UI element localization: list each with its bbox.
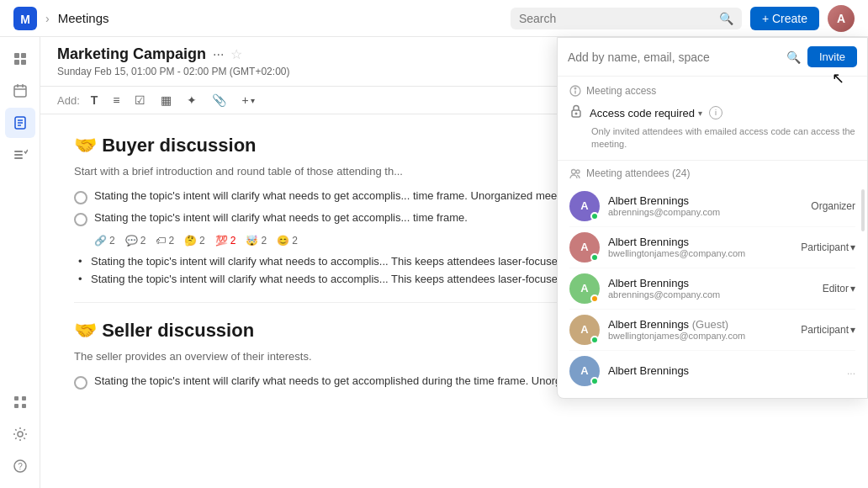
invite-search-input[interactable]	[568, 50, 780, 64]
attendee-role-2[interactable]: Participant ▾	[801, 241, 855, 253]
attendee-avatar-2: A	[569, 232, 600, 263]
meeting-star-button[interactable]: ☆	[230, 46, 242, 62]
attendee-role-3[interactable]: Editor ▾	[823, 283, 855, 294]
seller-emoji: 🤝	[74, 320, 97, 341]
user-avatar[interactable]: A	[828, 5, 855, 32]
attendee-info-2: Albert Brennings bwellingtonjames@compan…	[608, 236, 792, 258]
format-checklist-button[interactable]: ☑	[130, 92, 150, 109]
svg-rect-3	[21, 53, 26, 58]
tag-reaction[interactable]: 🏷 2	[156, 235, 174, 247]
attendee-row-5: A Albert Brennings ...	[569, 351, 855, 391]
svg-point-37	[576, 170, 580, 173]
sidebar-item-settings[interactable]	[5, 419, 35, 449]
sidebar-item-help[interactable]: ?	[5, 451, 35, 481]
meeting-date: Sunday Feb 15, 01:00 PM - 02:00 PM (GMT+…	[57, 66, 289, 86]
format-list-button[interactable]: ≡	[108, 92, 124, 109]
sidebar-item-grid[interactable]	[5, 387, 35, 417]
svg-rect-15	[14, 154, 23, 156]
svg-rect-6	[14, 86, 26, 97]
left-sidebar: ?	[0, 37, 40, 488]
scrollbar-indicator	[861, 189, 865, 231]
smile-reaction[interactable]: 😊 2	[277, 235, 298, 247]
attendee-role-4[interactable]: Participant ▾	[801, 324, 855, 336]
search-icon: 🔍	[719, 12, 733, 25]
attendee-name-5: Albert Brennings	[608, 364, 839, 377]
attendee-name-1: Albert Brennings	[608, 194, 802, 207]
attendee-avatar-3: A	[569, 273, 600, 304]
comment-reaction[interactable]: 💬 2	[125, 235, 146, 247]
info-icon[interactable]: i	[709, 106, 722, 119]
meeting-title: Marketing Campaign	[57, 45, 206, 63]
todo-circle-2[interactable]	[74, 213, 87, 226]
sidebar-item-home[interactable]	[5, 44, 35, 74]
lock-icon	[569, 103, 583, 122]
attendee-name-2: Albert Brennings	[608, 236, 792, 248]
svg-rect-18	[22, 396, 26, 400]
format-table-button[interactable]: ▦	[156, 92, 176, 109]
sidebar-item-notes[interactable]	[5, 108, 35, 138]
think-reaction[interactable]: 🤔 2	[184, 235, 205, 247]
seller-todo-circle[interactable]	[74, 376, 87, 390]
format-attach-button[interactable]: 📎	[208, 92, 230, 109]
attendee-row-1: A Albert Brennings abrennings@company.co…	[569, 186, 855, 227]
access-code-label: Access code required	[590, 107, 695, 119]
attendee-role-5: ...	[847, 365, 855, 377]
svg-point-32	[574, 88, 577, 90]
todo-circle-1[interactable]	[74, 191, 87, 204]
search-input[interactable]	[519, 12, 714, 25]
format-more-button[interactable]: + ▾	[237, 92, 258, 109]
svg-rect-33	[574, 91, 576, 94]
svg-rect-2	[14, 53, 19, 58]
access-code-row: Access code required ▾ i	[569, 103, 855, 122]
svg-rect-4	[14, 60, 19, 65]
attendee-email-3: abrennings@company.com	[608, 289, 814, 300]
svg-rect-20	[22, 404, 26, 408]
attendee-info-1: Albert Brennings abrennings@company.com	[608, 194, 802, 217]
attendee-email-2: bwellingtonjames@company.com	[608, 248, 792, 258]
top-nav: M › Meetings 🔍 + Create A	[0, 0, 868, 37]
svg-rect-14	[14, 151, 23, 152]
access-code-button[interactable]: Access code required ▾	[590, 107, 702, 119]
svg-point-21	[18, 432, 23, 437]
sidebar-item-tasks[interactable]	[5, 140, 35, 170]
meeting-access-label: Meeting access	[586, 85, 656, 97]
attendee-avatar-4: A	[569, 315, 600, 345]
sidebar-item-calendar[interactable]	[5, 76, 35, 106]
attendee-row-3: A Albert Brennings abrennings@company.co…	[569, 268, 855, 310]
explode-reaction[interactable]: 🤯 2	[246, 235, 267, 247]
svg-text:?: ?	[18, 462, 23, 471]
attendee-info-4: Albert Brennings (Guest) bwellingtonjame…	[608, 318, 792, 341]
svg-text:M: M	[20, 13, 30, 26]
nav-title: Meetings	[58, 11, 109, 25]
attendee-info-5: Albert Brennings	[608, 364, 839, 377]
attendees-header-label: Meeting attendees (24)	[586, 167, 690, 179]
svg-rect-17	[14, 396, 19, 400]
attendee-row-4: A Albert Brennings (Guest) bwellingtonja…	[569, 310, 855, 351]
link-reaction[interactable]: 🔗 2	[94, 235, 115, 247]
attendee-email-1: abrennings@company.com	[608, 207, 802, 217]
nav-chevron: ›	[45, 12, 50, 25]
hundred-reaction[interactable]: 💯 2	[215, 235, 236, 247]
meeting-access-section: Meeting access Access code required ▾ i …	[558, 77, 867, 161]
attendee-name-4: Albert Brennings (Guest)	[608, 318, 792, 331]
buyer-emoji: 🤝	[74, 135, 97, 156]
invite-panel-button[interactable]: Invite	[807, 46, 857, 67]
svg-rect-5	[21, 60, 26, 65]
svg-rect-16	[14, 157, 23, 159]
attendees-section: Meeting attendees (24) A Albert Brenning…	[558, 161, 867, 398]
create-button[interactable]: + Create	[750, 7, 819, 30]
meeting-access-label-row: Meeting access	[569, 85, 855, 97]
attendee-email-4: bwellingtonjames@company.com	[608, 331, 792, 341]
attendee-name-3: Albert Brennings	[608, 277, 814, 289]
invite-search-icon: 🔍	[786, 50, 801, 64]
format-style-button[interactable]: ✦	[183, 92, 201, 109]
add-label: Add:	[57, 94, 80, 107]
format-text-button[interactable]: T	[87, 92, 103, 109]
app-logo[interactable]: M	[13, 7, 37, 30]
attendee-info-3: Albert Brennings abrennings@company.com	[608, 277, 814, 300]
meeting-dots-button[interactable]: ···	[213, 47, 224, 62]
invite-search-row: 🔍 Invite	[558, 38, 867, 77]
chevron-down-icon: ▾	[698, 109, 702, 118]
svg-point-36	[572, 169, 576, 173]
invite-panel: 🔍 Invite Meeting access Access code requ…	[557, 37, 868, 399]
